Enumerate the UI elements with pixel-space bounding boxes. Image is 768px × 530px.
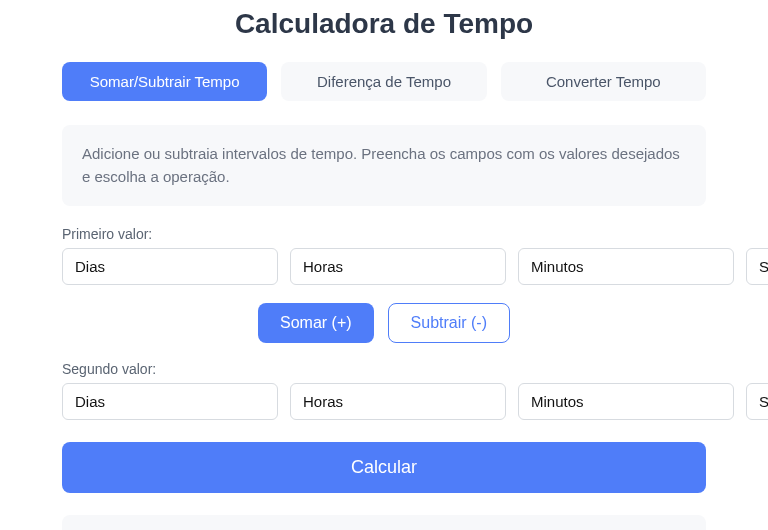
result-text: Diferença: 18 dias, 22 horas, 0 minutos … xyxy=(62,515,706,530)
second-value-label: Segundo valor: xyxy=(62,361,706,377)
second-minutes-input[interactable] xyxy=(518,383,734,420)
calculate-button[interactable]: Calcular xyxy=(62,442,706,493)
operation-row: Somar (+) Subtrair (-) xyxy=(62,303,706,343)
tab-difference[interactable]: Diferença de Tempo xyxy=(281,62,486,101)
first-hours-input[interactable] xyxy=(290,248,506,285)
subtract-button[interactable]: Subtrair (-) xyxy=(388,303,510,343)
first-minutes-input[interactable] xyxy=(518,248,734,285)
tabs: Somar/Subtrair Tempo Diferença de Tempo … xyxy=(62,62,706,101)
first-seconds-input[interactable] xyxy=(746,248,768,285)
tab-convert[interactable]: Converter Tempo xyxy=(501,62,706,101)
second-value-row xyxy=(62,383,706,420)
second-days-input[interactable] xyxy=(62,383,278,420)
page-title: Calculadora de Tempo xyxy=(62,0,706,62)
hint-text: Adicione ou subtraia intervalos de tempo… xyxy=(62,125,706,206)
first-value-row xyxy=(62,248,706,285)
second-seconds-input[interactable] xyxy=(746,383,768,420)
tab-add-subtract[interactable]: Somar/Subtrair Tempo xyxy=(62,62,267,101)
first-value-label: Primeiro valor: xyxy=(62,226,706,242)
add-button[interactable]: Somar (+) xyxy=(258,303,374,343)
first-days-input[interactable] xyxy=(62,248,278,285)
second-hours-input[interactable] xyxy=(290,383,506,420)
